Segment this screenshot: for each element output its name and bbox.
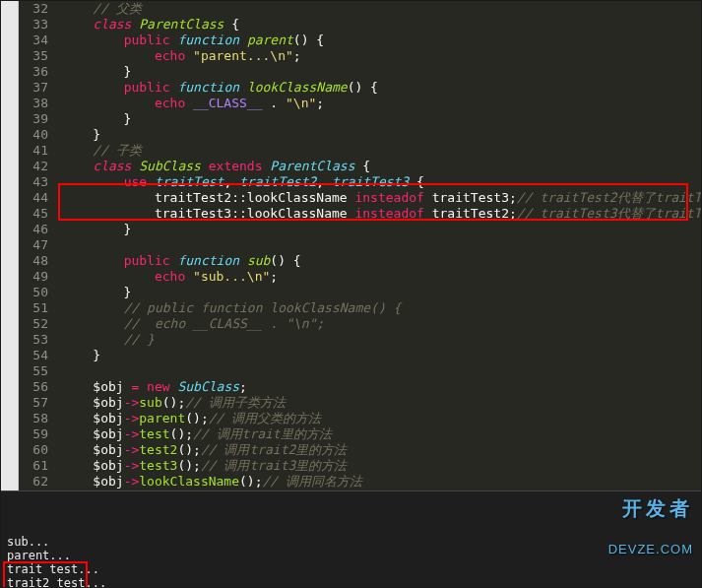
code-line[interactable]: } <box>58 285 701 300</box>
line-number: 58 <box>19 411 48 426</box>
watermark-text-cn: 开发者 <box>608 501 693 515</box>
line-number: 56 <box>19 379 48 395</box>
line-number: 53 <box>19 332 48 348</box>
line-number: 38 <box>19 96 48 111</box>
code-line[interactable]: // public function lookClassName() { <box>58 300 701 316</box>
line-number: 36 <box>19 64 48 80</box>
code-line[interactable]: } <box>58 64 701 80</box>
line-number: 62 <box>19 474 48 490</box>
line-number: 57 <box>19 395 48 411</box>
code-line[interactable]: $obj->test2();// 调用trait2里的方法 <box>58 442 701 458</box>
code-line[interactable]: echo "sub...\n"; <box>58 269 701 285</box>
code-line[interactable]: $obj->test();// 调用trait里的方法 <box>58 426 701 442</box>
code-line[interactable]: // } <box>58 332 701 348</box>
line-number: 46 <box>19 222 48 237</box>
line-number: 41 <box>19 143 48 159</box>
line-number: 48 <box>19 253 48 269</box>
code-line[interactable]: $obj->lookClassName();// 调用同名方法 <box>58 474 701 490</box>
code-line[interactable]: $obj->sub();// 调用子类方法 <box>58 395 701 411</box>
code-line[interactable]: class ParentClass { <box>58 17 701 33</box>
code-line[interactable]: } <box>58 222 701 237</box>
line-number: 42 <box>19 159 48 174</box>
code-line[interactable]: traitTest3::lookClassName insteadof trai… <box>58 206 701 222</box>
line-number-gutter: 3233343536373839404142434445464748495051… <box>19 1 58 490</box>
output-line: trait test... <box>7 562 695 576</box>
line-number: 52 <box>19 316 48 332</box>
code-area[interactable]: // 父类 class ParentClass { public functio… <box>58 1 701 490</box>
line-number: 43 <box>19 174 48 190</box>
output-line: sub... <box>7 535 695 549</box>
code-line[interactable]: // 子类 <box>58 143 701 159</box>
line-number: 49 <box>19 269 48 285</box>
code-line[interactable] <box>58 237 701 253</box>
code-line[interactable]: } <box>58 348 701 363</box>
code-line[interactable] <box>58 363 701 379</box>
line-number: 54 <box>19 348 48 363</box>
line-number: 34 <box>19 33 48 48</box>
line-number: 33 <box>19 17 48 33</box>
code-line[interactable]: use traitTest, traitTest2, traitTest3 { <box>58 174 701 190</box>
code-line[interactable]: } <box>58 111 701 127</box>
line-number: 44 <box>19 190 48 206</box>
code-line[interactable]: public function sub() { <box>58 253 701 269</box>
code-line[interactable]: } <box>58 127 701 143</box>
line-number: 45 <box>19 206 48 222</box>
code-line[interactable]: // echo __CLASS__ . "\n"; <box>58 316 701 332</box>
line-number: 55 <box>19 363 48 379</box>
line-number: 59 <box>19 426 48 442</box>
line-number: 32 <box>19 1 48 17</box>
code-line[interactable]: class SubClass extends ParentClass { <box>58 159 701 174</box>
code-line[interactable]: public function parent() { <box>58 33 701 48</box>
line-number: 60 <box>19 442 48 458</box>
code-line[interactable]: $obj->test3();// 调用trait3里的方法 <box>58 458 701 474</box>
line-number: 51 <box>19 300 48 316</box>
code-line[interactable]: public function lookClassName() { <box>58 80 701 96</box>
output-line: trait2 test... <box>7 576 695 588</box>
code-line[interactable]: echo "parent...\n"; <box>58 48 701 64</box>
line-number: 61 <box>19 458 48 474</box>
line-number: 47 <box>19 237 48 253</box>
line-number: 39 <box>19 111 48 127</box>
code-line[interactable]: $obj = new SubClass; <box>58 379 701 395</box>
output-line: parent... <box>7 549 695 562</box>
line-number: 35 <box>19 48 48 64</box>
code-editor[interactable]: 3233343536373839404142434445464748495051… <box>1 1 701 490</box>
code-line[interactable]: echo __CLASS__ . "\n"; <box>58 96 701 111</box>
line-number: 40 <box>19 127 48 143</box>
fold-gutter <box>1 1 19 490</box>
output-console[interactable]: 开发者 DEVZE.COM sub...parent...trait test.… <box>1 490 701 588</box>
line-number: 50 <box>19 285 48 300</box>
code-line[interactable]: // 父类 <box>58 1 701 17</box>
code-line[interactable]: traitTest2::lookClassName insteadof trai… <box>58 190 701 206</box>
code-line[interactable]: $obj->parent();// 调用父类的方法 <box>58 411 701 426</box>
line-number: 37 <box>19 80 48 96</box>
